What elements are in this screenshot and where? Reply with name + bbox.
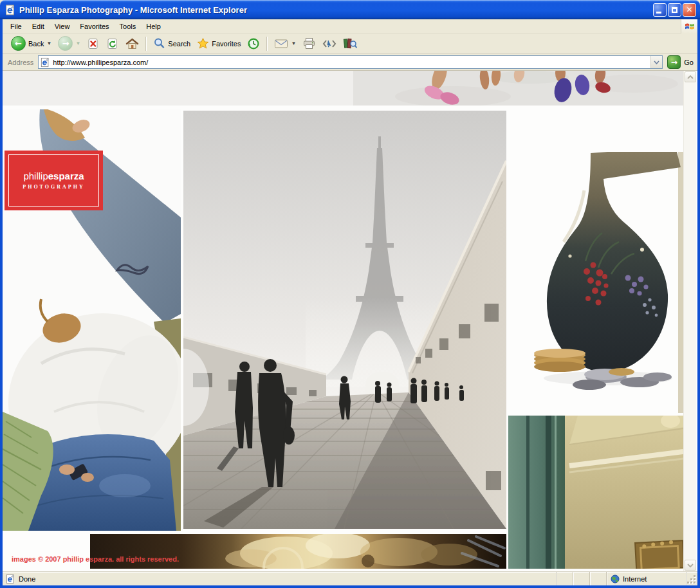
photo-overhead-feet-banner[interactable] — [3, 71, 683, 106]
stop-icon — [87, 37, 100, 50]
favorites-label: Favorites — [212, 40, 241, 48]
ie-page-icon — [41, 57, 50, 68]
vertical-scrollbar[interactable] — [683, 71, 696, 571]
favorites-button[interactable]: Favorites — [194, 36, 244, 51]
edit-button[interactable] — [319, 37, 340, 51]
print-button[interactable] — [299, 36, 319, 51]
menu-tools[interactable]: Tools — [115, 21, 142, 32]
back-button[interactable]: ← Back ▼ — [8, 35, 55, 52]
title-bar: Phillip Esparza Photography - Microsoft … — [0, 0, 700, 19]
ie-page-icon — [6, 574, 15, 584]
resize-grip[interactable] — [686, 572, 697, 585]
forward-dropdown-icon: ▼ — [75, 41, 80, 46]
scroll-down-button[interactable] — [685, 560, 696, 571]
toolbar-separator — [145, 37, 147, 51]
globe-icon — [611, 574, 620, 583]
address-url[interactable]: http://www.phillipesparza.com/ — [53, 59, 650, 66]
scroll-up-button[interactable] — [685, 71, 696, 82]
search-label: Search — [168, 40, 190, 48]
refresh-button[interactable] — [103, 36, 122, 51]
stop-button[interactable] — [84, 36, 103, 51]
search-button[interactable]: Search — [150, 36, 194, 51]
menu-view[interactable]: View — [50, 21, 75, 32]
menu-help[interactable]: Help — [141, 21, 166, 32]
mail-button[interactable]: ▼ — [271, 37, 299, 50]
photo-eiffel-tower-fog[interactable] — [183, 111, 506, 529]
site-logo-name: phillipesparza — [23, 171, 84, 181]
address-bar: Address http://www.phillipesparza.com/ →… — [3, 54, 697, 71]
mail-dropdown-icon[interactable]: ▼ — [291, 41, 296, 46]
status-message: Done — [19, 575, 35, 583]
search-icon — [153, 37, 165, 50]
go-label: Go — [684, 59, 694, 66]
status-zone: Internet — [623, 575, 647, 583]
back-icon: ← — [11, 36, 26, 51]
address-input[interactable]: http://www.phillipesparza.com/ — [38, 55, 663, 69]
status-zone-pane: Internet — [606, 572, 686, 585]
address-dropdown-button[interactable] — [650, 56, 662, 68]
ie-page-icon — [5, 5, 16, 15]
toolbar: ← Back ▼ → ▼ — [3, 33, 697, 54]
history-icon — [247, 37, 260, 50]
window-frame: File Edit View Favorites Tools Help ← Ba… — [0, 19, 700, 588]
site-logo[interactable]: phillipesparza PHOTOGRAPHY — [5, 151, 103, 210]
photo-painted-vase-coins[interactable] — [508, 152, 683, 413]
photo-doorway-interior[interactable] — [508, 416, 683, 569]
forward-button[interactable]: → ▼ — [55, 35, 84, 52]
favorites-star-icon — [197, 37, 209, 50]
back-label: Back — [28, 40, 44, 48]
minimize-button[interactable] — [653, 3, 667, 17]
photo-gold-objects-strip[interactable] — [90, 534, 506, 569]
menu-favorites[interactable]: Favorites — [75, 21, 114, 32]
home-icon — [125, 37, 139, 50]
window-title: Phillip Esparza Photography - Microsoft … — [19, 5, 652, 15]
site-logo-tagline: PHOTOGRAPHY — [23, 184, 84, 190]
browser-window: Phillip Esparza Photography - Microsoft … — [0, 0, 700, 588]
menu-file[interactable]: File — [5, 21, 27, 32]
back-dropdown-icon[interactable]: ▼ — [46, 41, 51, 46]
status-bar: Done Internet — [3, 571, 697, 585]
chevron-up-icon — [687, 75, 694, 79]
status-pane — [556, 572, 573, 585]
page-viewport: phillipesparza PHOTOGRAPHY — [3, 71, 697, 571]
menu-bar: File Edit View Favorites Tools Help — [3, 19, 697, 33]
research-books-icon — [343, 37, 357, 50]
go-button[interactable]: → — [667, 55, 681, 69]
research-button[interactable] — [340, 36, 360, 51]
copyright-text: images © 2007 phillip esparza. all right… — [12, 555, 179, 563]
close-button[interactable]: ✕ — [683, 3, 696, 17]
refresh-icon — [106, 37, 119, 50]
mail-icon — [274, 38, 288, 49]
windows-logo-icon — [681, 19, 697, 33]
status-pane — [589, 572, 606, 585]
status-pane — [573, 572, 589, 585]
edit-icon — [322, 38, 336, 50]
chevron-down-icon — [687, 564, 694, 567]
history-button[interactable] — [244, 36, 263, 51]
print-icon — [302, 37, 316, 50]
address-label: Address — [8, 59, 33, 66]
site-logo-border: phillipesparza PHOTOGRAPHY — [8, 154, 99, 207]
forward-icon: → — [58, 36, 73, 51]
home-button[interactable] — [122, 36, 142, 51]
menu-edit[interactable]: Edit — [27, 21, 50, 32]
maximize-button[interactable] — [668, 3, 681, 17]
toolbar-separator — [266, 37, 268, 51]
